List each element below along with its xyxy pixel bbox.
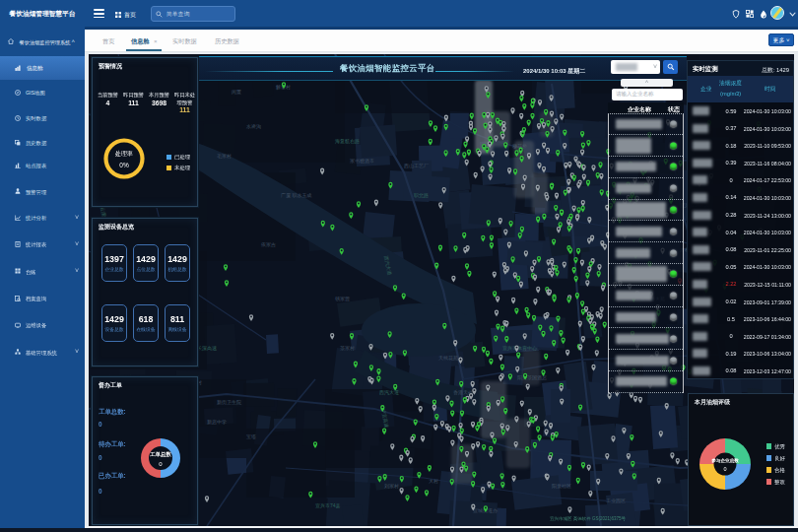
svg-text:处理率: 处理率	[114, 149, 133, 157]
svg-text:宜兴市城区 高德软件 GS(2021)6375号: 宜兴市城区 高德软件 GS(2021)6375号	[550, 515, 627, 521]
svg-text:0%: 0%	[119, 162, 129, 168]
svg-text:0: 0	[159, 461, 163, 467]
svg-text:工单总数: 工单总数	[149, 451, 171, 458]
svg-text:0: 0	[723, 466, 726, 472]
